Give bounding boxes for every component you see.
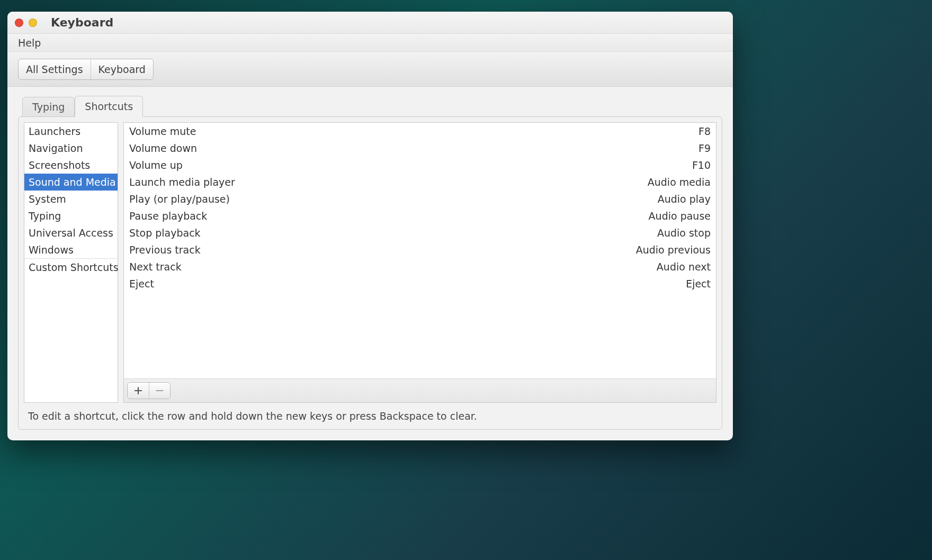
category-item[interactable]: Universal Access: [24, 224, 118, 241]
shortcut-label: Volume up: [129, 159, 183, 171]
shortcut-row[interactable]: Stop playbackAudio stop: [124, 224, 716, 241]
category-sidebar: LaunchersNavigationScreenshotsSound and …: [24, 122, 118, 403]
shortcut-key: Audio previous: [636, 244, 711, 256]
shortcut-controls: + −: [123, 378, 716, 403]
shortcut-key: Audio stop: [657, 227, 711, 239]
category-item[interactable]: Sound and Media: [24, 174, 118, 191]
category-item[interactable]: Navigation: [24, 140, 118, 157]
hint-text: To edit a shortcut, click the row and ho…: [24, 403, 716, 424]
breadcrumb-keyboard[interactable]: Keyboard: [91, 59, 153, 79]
category-item[interactable]: Windows: [24, 241, 118, 258]
shortcut-key: Eject: [686, 278, 711, 290]
shortcut-key: F10: [692, 159, 711, 171]
window-title: Keyboard: [51, 16, 113, 29]
shortcut-row[interactable]: Volume muteF8: [124, 123, 716, 140]
breadcrumb: All Settings Keyboard: [18, 59, 154, 80]
plus-icon: +: [133, 385, 143, 396]
settings-window: Keyboard Help All Settings Keyboard Typi…: [7, 12, 733, 440]
shortcut-key: Audio pause: [649, 210, 711, 222]
shortcut-key: Audio next: [657, 261, 711, 273]
add-shortcut-button[interactable]: +: [128, 383, 149, 399]
shortcut-row[interactable]: Volume downF9: [124, 140, 716, 157]
shortcut-label: Pause playback: [129, 210, 207, 222]
titlebar[interactable]: Keyboard: [7, 12, 733, 34]
category-item[interactable]: System: [24, 191, 118, 207]
menubar: Help: [7, 34, 733, 52]
close-icon[interactable]: [15, 19, 23, 27]
shortcut-row[interactable]: Next trackAudio next: [124, 258, 716, 275]
shortcut-row[interactable]: Play (or play/pause)Audio play: [124, 191, 716, 207]
shortcut-label: Volume down: [129, 142, 197, 154]
shortcut-key: Audio play: [658, 193, 711, 205]
tab-typing[interactable]: Typing: [22, 97, 75, 118]
category-item-custom[interactable]: Custom Shortcuts: [24, 259, 118, 276]
shortcut-row[interactable]: Launch media playerAudio media: [124, 174, 716, 191]
category-item[interactable]: Launchers: [24, 123, 118, 140]
shortcut-list: Volume muteF8Volume downF9Volume upF10La…: [123, 122, 716, 379]
shortcut-label: Previous track: [129, 244, 201, 256]
breadcrumb-all-settings[interactable]: All Settings: [19, 59, 91, 79]
shortcut-label: Stop playback: [129, 227, 201, 239]
shortcut-key: F9: [698, 142, 711, 154]
shortcut-label: Next track: [129, 261, 182, 273]
shortcut-label: Eject: [129, 278, 154, 290]
shortcuts-panel: LaunchersNavigationScreenshotsSound and …: [18, 116, 722, 430]
tab-shortcuts[interactable]: Shortcuts: [75, 96, 143, 117]
category-item[interactable]: Screenshots: [24, 157, 118, 174]
shortcut-row[interactable]: Previous trackAudio previous: [124, 241, 716, 258]
window-controls: [15, 19, 37, 27]
remove-shortcut-button[interactable]: −: [149, 383, 170, 399]
shortcut-label: Launch media player: [129, 176, 235, 188]
minimize-icon[interactable]: [29, 19, 37, 27]
toolbar: All Settings Keyboard: [7, 52, 733, 87]
shortcut-label: Volume mute: [129, 125, 196, 137]
category-item[interactable]: Typing: [24, 207, 118, 224]
menu-help[interactable]: Help: [14, 35, 45, 51]
shortcut-row[interactable]: Volume upF10: [124, 157, 716, 174]
shortcut-row[interactable]: EjectEject: [124, 275, 716, 292]
shortcut-key: F8: [698, 125, 711, 137]
content-area: Typing Shortcuts LaunchersNavigationScre…: [7, 87, 733, 440]
minus-icon: −: [155, 385, 164, 396]
shortcut-key: Audio media: [648, 176, 711, 188]
shortcut-label: Play (or play/pause): [129, 193, 230, 205]
shortcut-row[interactable]: Pause playbackAudio pause: [124, 207, 716, 224]
tabs: Typing Shortcuts: [22, 95, 722, 116]
